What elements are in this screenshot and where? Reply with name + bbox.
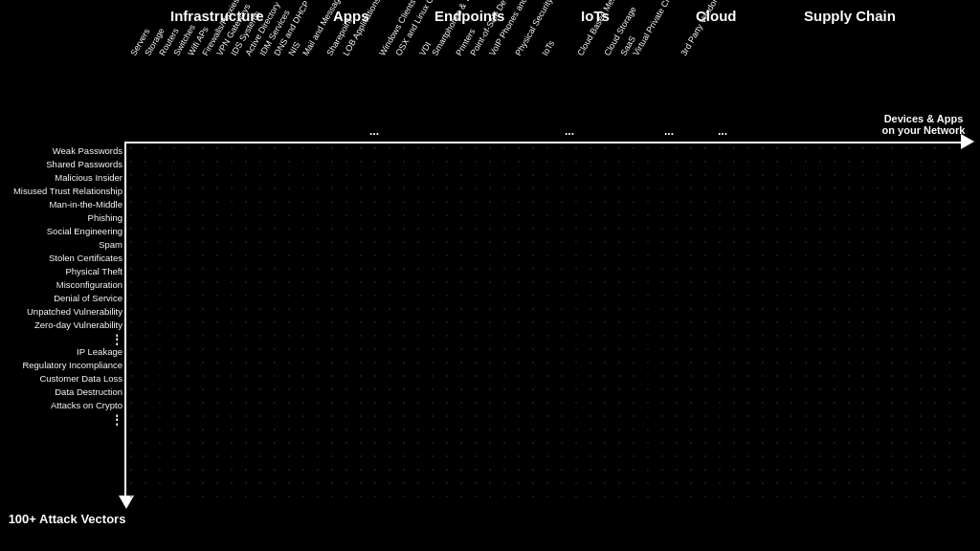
row-dos: Denial of Service bbox=[54, 293, 122, 303]
row-customer-data: Customer Data Loss bbox=[39, 373, 122, 384]
col-vpc: Virtual Private Cloud bbox=[631, 0, 679, 57]
col-ellipsis-apps: ... bbox=[369, 124, 379, 138]
row-dots-2: ⋮ bbox=[111, 413, 122, 427]
row-physical-theft: Physical Theft bbox=[66, 266, 123, 276]
row-dots-1: ⋮ bbox=[111, 333, 122, 346]
row-mitm: Man-in-the-Middle bbox=[49, 199, 122, 209]
row-misconfiguration: Misconfiguration bbox=[56, 279, 122, 290]
row-attacks-crypto: Attacks on Crypto bbox=[51, 400, 122, 410]
grid-svg bbox=[124, 142, 967, 500]
col-ellipsis-cloud: ... bbox=[664, 124, 674, 138]
row-social-engineering: Social Engineering bbox=[47, 226, 122, 236]
x-axis-label: Devices & Apps on your Network bbox=[880, 113, 967, 136]
svg-rect-1 bbox=[124, 142, 967, 500]
row-phishing: Phishing bbox=[88, 212, 122, 223]
y-axis-label: 100+ Attack Vectors bbox=[0, 512, 134, 526]
row-ip-leakage: IP Leakage bbox=[77, 346, 122, 357]
row-spam: Spam bbox=[99, 239, 122, 250]
row-stolen-certs: Stolen Certificates bbox=[49, 253, 122, 263]
row-weak-passwords: Weak Passwords bbox=[53, 145, 122, 156]
row-shared-passwords: Shared Passwords bbox=[46, 159, 122, 169]
col-ellipsis-supply: ... bbox=[718, 124, 727, 138]
row-malicious-insider: Malicious Insider bbox=[55, 172, 122, 183]
col-vdi: VDI bbox=[417, 40, 433, 57]
col-iots: IoTs bbox=[540, 39, 556, 57]
row-data-destruction: Data Destruction bbox=[55, 386, 122, 397]
row-misused-trust: Misused Trust Relationship bbox=[13, 186, 122, 196]
row-regulatory: Regulatory Incompliance bbox=[22, 360, 122, 370]
row-zero-day: Zero-day Vulnerability bbox=[34, 320, 122, 330]
chart-container: Infrastructure Apps Endpoints IoTs Cloud… bbox=[0, 0, 980, 551]
row-unpatched: Unpatched Vulnerability bbox=[27, 306, 122, 317]
category-supply-chain: Supply Chain bbox=[804, 8, 896, 24]
col-ellipsis-iots: ... bbox=[565, 124, 574, 138]
